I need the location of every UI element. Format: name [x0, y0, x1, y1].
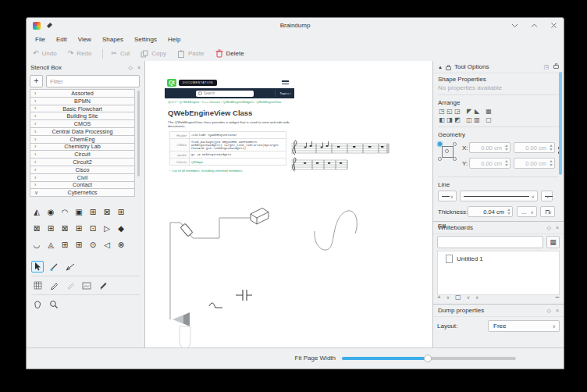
line-style-combo[interactable]: ... ∨ — [517, 206, 537, 217]
align-bottom-icon[interactable]: ◣ — [473, 108, 481, 115]
anchor-center[interactable] — [445, 149, 449, 153]
whiteboards-list[interactable]: Untitled 1 — [437, 251, 560, 295]
zoom-slider[interactable] — [342, 357, 516, 360]
menu-file[interactable]: File — [30, 34, 51, 45]
close-button[interactable] — [550, 22, 557, 29]
delete-button[interactable]: Delete — [215, 49, 244, 58]
close-panel-icon[interactable]: × — [556, 225, 559, 230]
ungroup-icon[interactable]: ▢ — [485, 116, 493, 123]
stencil-shape-icon[interactable]: ⊞ — [73, 223, 84, 234]
thickness-field[interactable]: 0.04 cm — [468, 206, 513, 217]
undo-button[interactable]: ↶Undo — [33, 50, 57, 57]
view-mode-button[interactable]: ▦ — [546, 236, 560, 248]
pin-icon[interactable] — [47, 23, 52, 28]
bring-front-icon[interactable]: ◲ — [454, 108, 461, 115]
stencil-shape-icon[interactable]: ◠ — [59, 206, 70, 218]
float-panel-icon[interactable]: ◇ — [547, 308, 551, 314]
move-down-icon[interactable]: ∨ — [467, 294, 470, 300]
stencil-filter-input[interactable] — [46, 75, 140, 87]
stencil-shape-icon[interactable]: ⊞ — [45, 223, 56, 234]
stencil-shape-icon[interactable]: ◡ — [31, 239, 42, 251]
stencil-shape-icon[interactable]: ⊡ — [87, 223, 98, 234]
whiteboard-name-input[interactable] — [437, 236, 543, 248]
resistor-shape[interactable] — [180, 223, 193, 238]
stencil-shape-icon[interactable]: ⊠ — [59, 223, 70, 234]
cut-button[interactable]: ✂Cut — [111, 50, 130, 57]
stencil-shape-icon[interactable]: ⊠ — [31, 223, 42, 234]
distribute-v-icon[interactable]: ▥ — [473, 116, 481, 123]
stencil-shape-icon[interactable]: ◉ — [45, 206, 56, 218]
height-field[interactable]: 0.00 cm — [514, 158, 555, 169]
minimize-button[interactable] — [511, 22, 518, 29]
width-field[interactable]: 0.00 cm — [514, 142, 555, 153]
line-end-marker-dropdown[interactable]: ∨ — [541, 191, 553, 201]
path-tool[interactable] — [64, 261, 76, 273]
line-style-dropdown[interactable]: ∨ — [460, 191, 538, 201]
cap-style-combo[interactable]: ⊓ ∨ — [540, 206, 555, 217]
capacitor-shape[interactable] — [236, 290, 252, 301]
pin-lock-icon[interactable] — [553, 65, 559, 69]
chevron-down-icon[interactable]: ∨ — [446, 294, 450, 300]
stencil-shape-icon[interactable]: ◭ — [31, 206, 42, 218]
x-position-field[interactable]: 0.00 cm — [469, 142, 511, 153]
anchor-top-right[interactable] — [453, 142, 457, 146]
select-tool[interactable] — [31, 261, 44, 273]
menu-shapes[interactable]: Shapes — [97, 34, 129, 45]
close-panel-icon[interactable]: × — [137, 65, 141, 71]
stencil-shape-icon[interactable]: ⊞ — [59, 239, 70, 251]
stencil-shape-icon[interactable]: ⊠ — [101, 206, 112, 218]
y-position-field[interactable]: 0.00 cm — [469, 158, 511, 169]
frame-tool[interactable] — [80, 280, 93, 291]
music-staff-shape[interactable] — [291, 158, 347, 171]
stencil-shape-icon[interactable]: ⊞ — [73, 239, 84, 251]
float-panel-icon[interactable]: ◇ — [129, 65, 133, 71]
stencil-shape-icon[interactable]: ◆ — [116, 223, 126, 234]
raise-icon[interactable]: ◳ — [438, 108, 446, 115]
menu-edit[interactable]: Edit — [51, 34, 73, 45]
line-start-marker-dropdown[interactable]: ∨ — [438, 191, 457, 201]
stencil-shape-icon[interactable]: ◁ — [101, 239, 112, 251]
align-top-icon[interactable]: ◤ — [465, 108, 473, 115]
remove-whiteboard-button[interactable]: − — [555, 293, 560, 301]
menu-view[interactable]: View — [73, 34, 97, 45]
sine-curve-shape[interactable] — [315, 211, 357, 250]
stencil-shape-icon[interactable]: ⊞ — [116, 206, 126, 218]
collapse-icon[interactable]: ▲ — [438, 65, 443, 69]
lower-icon[interactable]: ◱ — [446, 108, 454, 115]
switch-shape[interactable] — [209, 303, 222, 308]
add-whiteboard-button[interactable]: + — [437, 294, 441, 301]
move-up-icon[interactable]: ∧ — [475, 294, 478, 300]
stencil-shape-icon[interactable]: ▷ — [101, 223, 112, 234]
line-tool[interactable] — [48, 261, 60, 273]
music-staff-shape[interactable] — [291, 141, 389, 155]
float-panel-icon[interactable]: ◇ — [547, 225, 551, 231]
anchor-bottom-left[interactable] — [438, 157, 442, 161]
stencil-shape-icon[interactable]: ⊗ — [116, 239, 126, 251]
group-icon[interactable]: ▦ — [485, 108, 493, 115]
anchor-top-left[interactable] — [438, 142, 442, 146]
add-stencil-button[interactable]: + — [30, 75, 43, 87]
layout-dropdown[interactable]: Free ∨ — [488, 320, 560, 332]
stencil-list-scrollbar[interactable] — [137, 91, 140, 176]
box-3d-shape[interactable] — [251, 208, 269, 225]
stencil-shape-icon[interactable]: ⊙ — [87, 239, 98, 251]
gradient-tool[interactable] — [64, 280, 76, 291]
copy-button[interactable]: Copy — [141, 50, 166, 58]
category-cybernetics[interactable]: ∨Cybernetics — [30, 188, 135, 197]
tube-shape[interactable] — [180, 326, 190, 347]
anchor-bottom-right[interactable] — [453, 157, 457, 161]
distribute-h-icon[interactable]: ◫ — [465, 116, 473, 123]
redo-button[interactable]: ↷Redo — [68, 50, 92, 57]
pencil-tool[interactable] — [97, 280, 109, 291]
close-panel-icon[interactable]: × — [556, 308, 559, 313]
tool-options-scrollbar[interactable] — [559, 72, 562, 175]
arrow-shape[interactable] — [173, 312, 190, 326]
stencil-shape-icon[interactable]: ◬ — [45, 239, 56, 251]
calligraphy-tool[interactable] — [48, 280, 60, 291]
stencil-shape-icon[interactable]: ⊞ — [87, 206, 98, 218]
paste-button[interactable]: Paste — [177, 50, 204, 58]
whiteboard-list-item[interactable]: Untitled 1 — [438, 251, 559, 263]
pan-tool[interactable] — [31, 298, 44, 310]
align-left-icon[interactable]: ◧ — [438, 116, 446, 123]
grid-tool[interactable] — [31, 280, 44, 291]
